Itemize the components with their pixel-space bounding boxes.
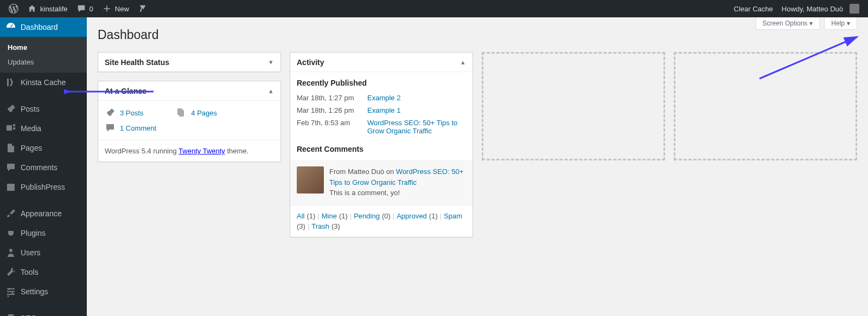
wp-logo-button[interactable]	[4, 0, 23, 17]
new-content-button[interactable]: New	[98, 0, 133, 17]
new-label: New	[115, 5, 129, 13]
howdy-label: Howdy, Matteo Duò	[782, 5, 843, 13]
yoast-icon	[138, 4, 148, 14]
comments-bubble-button[interactable]: 0	[72, 0, 98, 17]
avatar-icon	[850, 4, 859, 14]
comment-icon	[76, 4, 86, 14]
home-icon	[27, 4, 37, 14]
site-home-button[interactable]: kinstalife	[23, 0, 72, 17]
site-name-label: kinstalife	[40, 5, 68, 13]
clear-cache-button[interactable]: Clear Cache	[730, 0, 777, 17]
admin-bar: kinstalife 0 New Clear Cache Howdy, Matt…	[0, 0, 868, 17]
clear-cache-label: Clear Cache	[734, 5, 773, 13]
wordpress-icon	[9, 4, 18, 14]
plus-icon	[102, 4, 112, 14]
comment-count-label: 0	[90, 5, 93, 13]
account-menu-button[interactable]: Howdy, Matteo Duò	[777, 0, 864, 17]
yoast-button[interactable]	[133, 0, 152, 17]
